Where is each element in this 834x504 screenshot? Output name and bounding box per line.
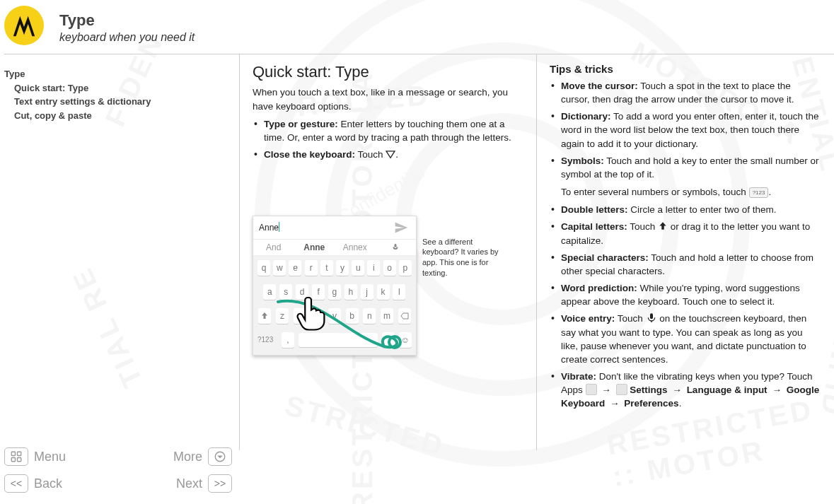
keyboard-screenshot: Anne And Anne Annex qwertyuiop asdfghjkl [253,216,417,356]
back-button[interactable]: << [4,474,28,493]
chevron-down-icon [386,149,395,158]
next-button[interactable]: >> [208,474,232,493]
mic-icon [376,242,417,252]
menu-label: Menu [34,450,93,464]
next-label: Next [143,476,202,491]
svg-rect-1 [11,452,15,455]
content-column-2: Tips & tricks Move the cursor: Touch a s… [536,54,834,450]
bullet-type-or-gesture: Type or gesture: Enter letters by touchi… [253,117,523,144]
section-heading: Quick start: Type [253,63,523,81]
tips-heading: Tips & tricks [550,63,821,75]
keyboard-row-2: asdfghjkl [253,280,416,304]
page-header: Type keyboard when you need it [4,0,834,54]
bullet-close-keyboard: Close the keyboard: Touch . [253,148,523,161]
motorola-logo-icon [4,6,44,45]
toc-item-cut-copy-paste[interactable]: Cut, copy & paste [4,109,229,123]
more-button[interactable] [208,447,232,466]
shift-arrow-icon [658,221,668,231]
content-column-1: Quick start: Type When you touch a text … [239,54,536,450]
keyboard-row-3: zxcvbnm [253,304,416,328]
nav-controls: Menu More << Back Next >> [4,443,232,497]
more-label: More [143,450,202,464]
pointer-hand-icon [291,293,331,334]
svg-rect-3 [11,458,15,462]
emoji-key: ☺ [399,332,412,348]
tip-vibrate: Vibrate: Don't like the vibrating keys w… [550,370,821,410]
tip-capital-letters: Capital letters: Touch or drag it to the… [550,220,821,247]
num-key-icon: ?123 [749,187,769,198]
toc-item-text-entry[interactable]: Text entry settings & dictionary [4,95,229,109]
menu-button[interactable] [4,447,28,466]
keyboard-row-1: qwertyuiop [253,256,416,280]
svg-rect-2 [18,452,21,455]
keyboard-row-4: ?123 , . ☺ [253,328,416,355]
toc-root[interactable]: Type [4,67,229,81]
page-title: Type [59,11,195,30]
toc-sidebar: Type Quick start: Type Text entry settin… [0,54,239,450]
svg-rect-4 [18,458,21,462]
tip-move-cursor: Move the cursor: Touch a spot in the tex… [550,79,821,106]
tip-symbols: Symbols: Touch and hold a key to enter t… [550,154,821,199]
suggestion-bar: And Anne Annex [253,240,416,256]
intro-text: When you touch a text box, like in a mes… [253,86,523,113]
tip-word-prediction: Word prediction: While you're typing, wo… [550,281,821,308]
screenshot-caption: See a different keyboard? It varies by a… [422,216,507,279]
shift-key [258,308,271,324]
message-input: Anne [259,222,392,233]
settings-icon [616,384,627,395]
send-icon [392,221,410,235]
apps-icon [586,384,597,395]
back-label: Back [34,476,93,491]
tip-double-letters: Double letters: Circle a letter to enter… [550,203,821,216]
backspace-key [398,308,411,324]
page-subtitle: keyboard when you need it [59,31,195,44]
tip-dictionary: Dictionary: To add a word you enter ofte… [550,110,821,150]
tip-voice-entry: Voice entry: Touch on the touchscreen ke… [550,312,821,366]
toc-item-quick-start[interactable]: Quick start: Type [4,81,229,95]
mic-icon [646,312,657,324]
tip-special-characters: Special characters: Touch and hold a let… [550,251,821,278]
